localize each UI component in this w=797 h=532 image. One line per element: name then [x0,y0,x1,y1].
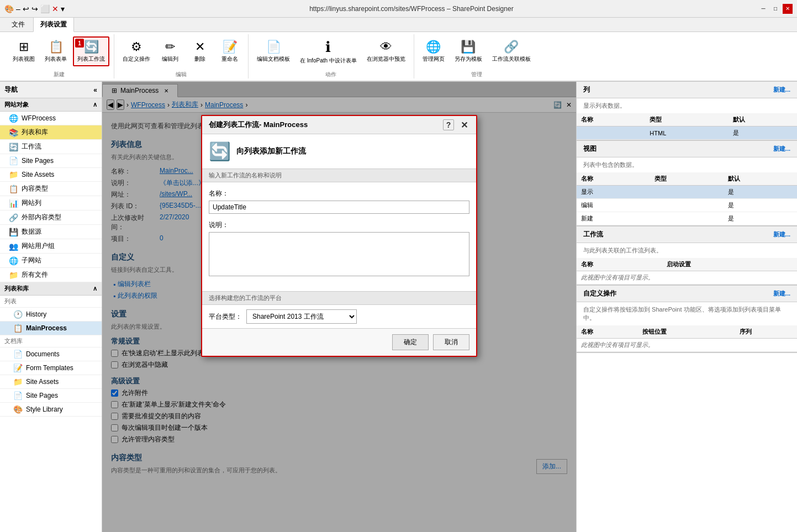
main-area: 导航 « 网站对象 ∧ 🌐 WFProcess 📚 列表和库 🔄 工作流 📄 S… [0,82,797,532]
manage-webpage-icon: 🌐 [426,40,441,54]
view-row-2-name: 编辑 [577,199,650,212]
sidebar-item-mainprocess[interactable]: 📋 MainProcess [0,322,102,335]
minimize-button[interactable]: ─ [758,4,768,14]
col-header-default: 默认 [729,113,797,127]
dialog-ok-button[interactable]: 确定 [392,334,429,350]
col-row-name [577,127,645,140]
custom-action-button[interactable]: ⚙ 自定义操作 [119,37,154,66]
dialog-name-input[interactable] [209,201,469,214]
new-view-button[interactable]: 新建... [773,145,790,153]
sidebar-item-site-pages-lib[interactable]: 📄 Site Pages [0,389,102,403]
sidebar-section-site-objects[interactable]: 网站对象 ∧ [0,98,102,112]
maximize-button[interactable]: □ [770,4,780,14]
wf-header-name: 名称 [577,258,662,271]
custom-actions-section-desc: 自定义操作将按钮添加到 SharePoint 功能区、将选项添加到列表项目菜单中… [577,302,797,325]
dialog-header-icons: ? ✕ [443,119,469,130]
new-column-button[interactable]: 新建... [773,86,790,94]
ribbon-manage-buttons: 🌐 管理网页 💾 另存为模板 🔗 工作流关联模板 [419,34,535,69]
preview-browser-button[interactable]: 👁 在浏览器中预览 [363,37,409,66]
title-bar-icons[interactable]: 🎨 – ↩ ↪ ⬜ ✕ ▾ [4,4,65,13]
dialog-platform-label: 平台类型： [209,312,242,322]
sidebar-subsection-doclibrary: 文档库 [0,335,102,347]
documents-icon: 📄 [13,350,23,359]
dialog-platform-select[interactable]: SharePoint 2013 工作流 SharePoint 2010 工作流 [246,309,357,324]
all-files-icon: 📁 [9,271,18,280]
ribbon: ⊞ 列表视图 📋 列表表单 1 🔄 列表工作流 新建 ⚙ 自定义操作 ✏ 编 [0,32,797,82]
ca-header-name: 名称 [577,325,638,339]
edit-doc-template-button[interactable]: 📄 编辑文档模板 [253,37,294,66]
list-view-button[interactable]: ⊞ 列表视图 [9,37,39,66]
sidebar-item-documents[interactable]: 📄 Documents [0,347,102,361]
custom-actions-table: 名称 按钮位置 序列 此视图中没有项目可显示。 [577,325,797,352]
sidebar-item-site-assets-lib[interactable]: 📁 Site Assets [0,375,102,389]
dialog-name-label: 名称： [209,189,469,198]
sidebar-item-content-types[interactable]: 📋 内容类型 [0,182,102,196]
dialog-desc-textarea[interactable] [209,232,469,276]
sidebar-item-lists-libraries[interactable]: 📚 列表和库 [0,125,102,140]
sidebar-item-all-files[interactable]: 📁 所有文件 [0,268,102,282]
manage-webpage-button[interactable]: 🌐 管理网页 [419,37,448,66]
view-row-3-type [650,212,724,225]
table-row[interactable]: 显示 是 [577,186,797,199]
sidebar-item-external-content[interactable]: 🔗 外部内容类型 [0,210,102,225]
list-form-icon: 📋 [49,40,64,54]
close-button[interactable]: ✕ [783,4,793,14]
sidebar-item-form-templates[interactable]: 📝 Form Templates [0,361,102,375]
sidebar-item-site-assets[interactable]: 📁 Site Assets [0,168,102,182]
dialog-cancel-button[interactable]: 取消 [433,334,469,350]
sidebar-item-subsites[interactable]: 🌐 子网站 [0,254,102,268]
sidebar-item-history[interactable]: 🕐 History [0,308,102,322]
rename-button[interactable]: 📝 重命名 [216,37,244,66]
list-view-icon: ⊞ [19,40,29,54]
dialog-close-button[interactable]: ✕ [458,119,469,130]
sidebar-subsection-lists: 列表 [0,296,102,308]
sidebar-collapse-icon[interactable]: « [93,86,97,94]
dialog-overlay: 创建列表工作流- MainProcess ? ✕ 🔄 向列表添加新工作流 输入新… [102,82,576,532]
undo-icon[interactable]: ↩ [23,4,29,13]
sidebar-section-lists[interactable]: 列表和库 ∧ [0,282,102,296]
workflow-assoc-button[interactable]: 🔗 工作流关联模板 [488,37,535,66]
view-row-1-type [650,186,724,199]
design-infopath-button[interactable]: ℹ 在 InfoPath 中设计表单 [296,36,361,67]
edit-column-button[interactable]: ✏ 编辑列 [156,37,184,66]
table-row[interactable]: 新建 是 [577,212,797,225]
dialog-title: 创建列表工作流- MainProcess [209,120,308,130]
col-row-type: HTML [645,127,728,140]
site-groups-icon: 👥 [9,242,18,251]
new-custom-action-button[interactable]: 新建... [773,289,790,298]
list-workflow-button[interactable]: 1 🔄 列表工作流 [73,36,109,66]
print-icon[interactable]: ⬜ [40,4,50,13]
close-small-icon[interactable]: ✕ [52,4,59,13]
table-row: 此视图中没有项目可显示。 [577,339,797,352]
content-area: ⊞ MainProcess ✕ ◀ ▶ › WFProcess › 列表和库 ›… [102,82,576,532]
sidebar-item-workflows[interactable]: 🔄 工作流 [0,140,102,154]
sidebar-item-site-columns[interactable]: 📊 网站列 [0,196,102,210]
design-infopath-icon: ℹ [325,39,331,56]
table-row[interactable]: HTML 是 [577,127,797,140]
dialog-footer: 确定 取消 [202,328,476,356]
delete-button[interactable]: ✕ 删除 [186,37,214,66]
edit-doc-template-icon: 📄 [266,40,281,54]
col-header-name: 名称 [577,113,645,127]
dialog-header-area: 🔄 向列表添加新工作流 [202,134,476,168]
new-workflow-button[interactable]: 新建... [773,230,790,239]
sidebar-item-site-groups[interactable]: 👥 网站用户组 [0,239,102,254]
window-controls[interactable]: ─ □ ✕ [758,4,793,14]
dialog-help-button[interactable]: ? [443,119,454,130]
list-form-button[interactable]: 📋 列表表单 [41,37,71,66]
sidebar-item-datasources[interactable]: 💾 数据源 [0,225,102,239]
columns-section-desc: 显示列表数据。 [577,98,797,113]
tab-list-settings[interactable]: 列表设置 [33,17,74,32]
external-content-icon: 🔗 [9,213,18,222]
tab-file[interactable]: 文件 [4,17,32,31]
sidebar-item-site-pages[interactable]: 📄 Site Pages [0,154,102,168]
sidebar-item-style-library[interactable]: 🎨 Style Library [0,403,102,417]
customize-icon[interactable]: ▾ [61,4,65,13]
minimize-icon[interactable]: – [16,4,20,13]
table-row[interactable]: 编辑 是 [577,199,797,212]
views-table: 名称 类型 默认 显示 是 编辑 [577,172,797,225]
badge-1: 1 [75,39,84,48]
redo-icon[interactable]: ↪ [31,4,38,13]
save-template-button[interactable]: 💾 另存为模板 [451,37,486,66]
sidebar-item-wfprocess[interactable]: 🌐 WFProcess [0,112,102,125]
